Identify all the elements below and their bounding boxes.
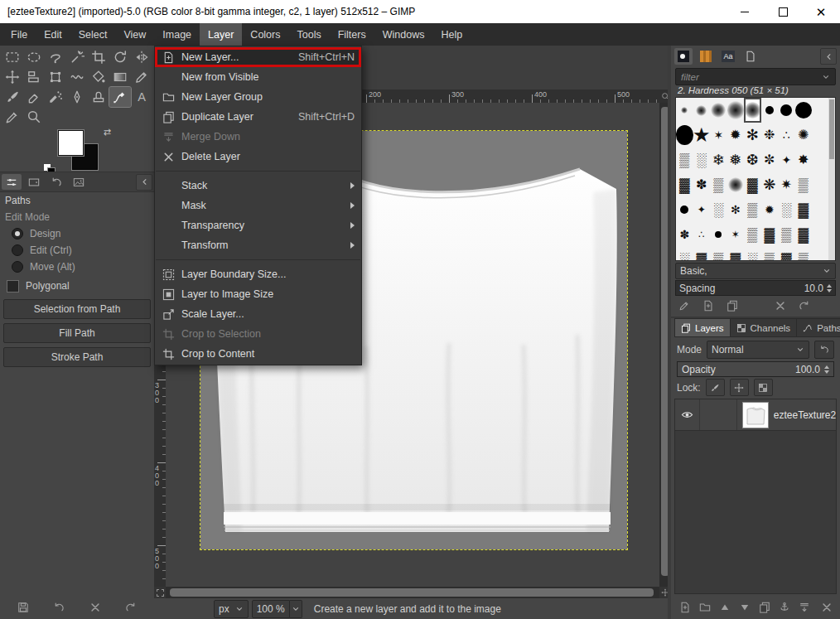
dock-menu-arrow-icon[interactable] [136, 174, 152, 191]
crop-tool[interactable] [88, 47, 109, 67]
layer-mode-combo[interactable]: Normal [707, 341, 809, 359]
pencil-tool[interactable] [131, 67, 152, 87]
menu-item-crop-to-selection[interactable]: Crop to Selection [155, 324, 361, 344]
opacity-spinner[interactable] [824, 365, 829, 374]
menu-item-scale-layer[interactable]: Scale Layer... [155, 304, 361, 324]
brush-item[interactable]: ▒ [744, 197, 761, 222]
brush-item[interactable]: ░ [778, 197, 795, 222]
brush-group-combo[interactable]: Basic, [675, 263, 836, 279]
brush-item[interactable]: ▒ [795, 247, 813, 261]
brush-item[interactable]: ▓ [744, 172, 761, 197]
brush-item[interactable] [693, 98, 711, 123]
fill-path-button[interactable]: Fill Path [3, 323, 151, 343]
warp-tool[interactable] [66, 67, 88, 87]
rectangle-select-tool[interactable] [2, 47, 23, 67]
gradient-tool[interactable] [109, 67, 131, 87]
menu-item-new-from-visible[interactable]: New from Visible [155, 67, 361, 87]
stroke-path-button[interactable]: Stroke Path [3, 347, 151, 367]
menubar-item-windows[interactable]: Windows [374, 23, 433, 46]
airbrush-tool[interactable] [45, 87, 66, 107]
tab-layers[interactable]: Layers [674, 318, 731, 337]
menu-item-duplicate-layer[interactable]: Duplicate LayerShift+Ctrl+D [155, 107, 361, 127]
brush-item[interactable]: ▒ [761, 247, 779, 261]
refresh-brushes-button[interactable] [795, 297, 813, 314]
zoom-combo[interactable]: 100 % [252, 600, 290, 618]
brush-item[interactable]: ✦ [778, 147, 795, 172]
menubar-item-select[interactable]: Select [70, 23, 116, 46]
unified-transform-tool[interactable] [45, 67, 66, 87]
raise-layer-button[interactable] [716, 599, 733, 616]
polygonal-checkbox-row[interactable]: Polygonal [3, 277, 151, 295]
brush-item[interactable]: ▓ [795, 197, 813, 222]
brush-item[interactable]: ▒ [795, 172, 813, 197]
color-picker-tool[interactable] [2, 107, 23, 127]
brush-item[interactable]: ✻ [727, 197, 745, 222]
lower-layer-button[interactable] [736, 599, 753, 616]
lock-alpha-button[interactable] [754, 379, 773, 396]
brush-item[interactable] [710, 222, 727, 247]
brush-item[interactable]: ░ [693, 147, 711, 172]
quick-mask-toggle[interactable] [154, 587, 166, 598]
patterns-tab[interactable] [697, 48, 715, 65]
unit-combo[interactable]: px [214, 600, 249, 618]
duplicate-brush-button[interactable] [723, 297, 741, 314]
brush-item[interactable] [710, 98, 727, 123]
brush-item[interactable]: ❉ [761, 123, 779, 147]
menubar-item-file[interactable]: File [2, 23, 36, 46]
brush-item[interactable]: ❋ [761, 172, 779, 197]
new-layer-button[interactable] [676, 599, 693, 616]
delete-brush-button[interactable] [771, 297, 789, 314]
brush-grid-scrollbar[interactable] [828, 97, 836, 261]
brush-item[interactable]: ░ [676, 247, 693, 261]
radio-edit[interactable]: Edit (Ctrl) [3, 242, 151, 259]
menubar-item-help[interactable]: Help [432, 23, 471, 46]
brushes-tab[interactable] [674, 48, 693, 65]
tab-channels[interactable]: Channels [731, 318, 798, 337]
brush-item[interactable]: ▓ [795, 222, 813, 247]
clone-tool[interactable] [88, 87, 109, 107]
ink-tool[interactable] [66, 87, 88, 107]
lock-position-button[interactable] [730, 379, 749, 396]
brush-item[interactable]: ▒ [710, 172, 727, 197]
opacity-slider[interactable]: Opacity 100.0 [677, 361, 834, 377]
save-tool-preset-button[interactable] [14, 599, 32, 616]
brush-item[interactable]: ✶ [727, 222, 745, 247]
menu-item-transform[interactable]: Transform [155, 235, 361, 255]
swap-colors-icon[interactable]: ⇄ [104, 127, 111, 138]
layer-row[interactable]: ezteeTexture2 [675, 399, 836, 431]
merge-down-button[interactable] [795, 599, 813, 616]
anchor-layer-button[interactable] [775, 599, 793, 616]
foreground-color-swatch[interactable] [58, 130, 84, 156]
brush-item[interactable]: ✷ [778, 172, 795, 197]
delete-tool-preset-button[interactable] [86, 599, 104, 616]
menu-item-merge-down[interactable]: Merge Down [155, 127, 361, 147]
brush-item[interactable]: ❆ [744, 147, 761, 172]
maximize-button[interactable] [764, 0, 802, 23]
menubar-item-view[interactable]: View [115, 23, 154, 46]
brush-item[interactable] [727, 172, 745, 197]
brush-item[interactable] [778, 98, 795, 123]
brush-item[interactable]: ▒ [710, 247, 727, 261]
menu-item-new-layer-group[interactable]: New Layer Group [155, 87, 361, 107]
selection-from-path-button[interactable]: Selection from Path [3, 299, 151, 319]
menu-item-layer-boundary-size[interactable]: Layer Boundary Size... [155, 264, 361, 284]
menubar-item-filters[interactable]: Filters [330, 23, 374, 46]
brush-item[interactable]: ❄ [710, 147, 727, 172]
brush-grid-scrollbar-thumb[interactable] [829, 99, 834, 159]
tab-device-status[interactable] [24, 174, 44, 190]
menubar-item-image[interactable]: Image [154, 23, 200, 46]
close-button[interactable]: ✕ [802, 0, 840, 23]
menu-item-stack[interactable]: Stack [155, 176, 361, 196]
reset-tool-options-button[interactable] [122, 599, 140, 616]
brush-item[interactable] [795, 98, 813, 123]
spacing-spinner[interactable] [827, 284, 832, 293]
free-select-tool[interactable] [45, 47, 66, 67]
flip-tool[interactable] [131, 47, 152, 67]
tab-images[interactable] [69, 174, 89, 190]
ellipse-select-tool[interactable] [23, 47, 45, 67]
brush-item[interactable]: ▒ [744, 222, 761, 247]
dock-menu-arrow-icon[interactable] [820, 48, 837, 65]
layer-visibility-toggle[interactable] [675, 399, 700, 430]
eraser-tool[interactable] [23, 87, 45, 107]
brush-item[interactable]: ✽ [693, 172, 711, 197]
